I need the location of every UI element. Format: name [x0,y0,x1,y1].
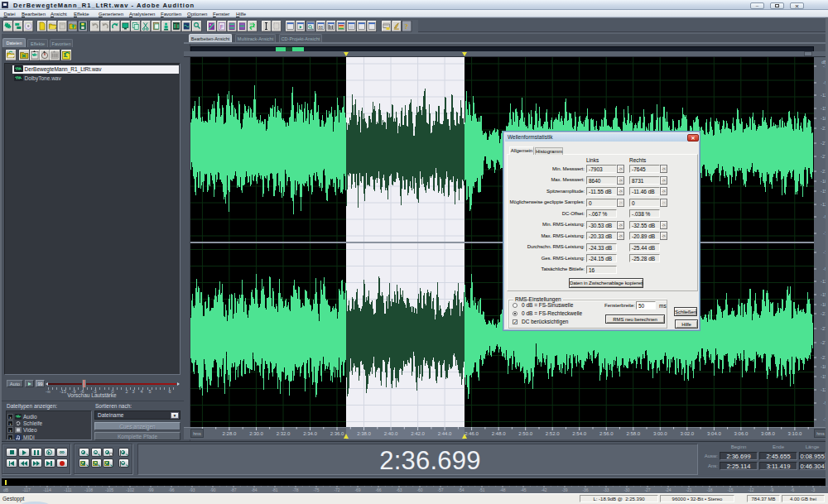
svg-text:dB: dB [3,487,9,492]
svg-text:-42: -42 [541,487,546,492]
svg-text:-81: -81 [272,487,277,492]
svg-text:-108: -108 [84,487,93,492]
svg-text:F: F [220,24,224,30]
svg-text:-117: -117 [22,487,31,492]
svg-text:-111: -111 [64,487,71,492]
svg-text:2:44.0: 2:44.0 [438,431,452,436]
svg-text:-33: -33 [603,487,609,492]
svg-text:2:54.0: 2:54.0 [572,431,586,436]
svg-text:2:46.0: 2:46.0 [465,431,479,436]
svg-text:2:50.0: 2:50.0 [518,431,532,436]
svg-text:-69: -69 [354,487,360,492]
svg-text:-3: -3 [811,487,816,492]
svg-text:-36: -36 [582,487,588,492]
svg-text:-27: -27 [644,487,650,492]
svg-text:2:34.0: 2:34.0 [303,431,317,436]
svg-text:-45: -45 [520,487,526,492]
svg-text:2:56.0: 2:56.0 [599,431,614,436]
svg-text:3:04.0: 3:04.0 [707,431,721,436]
svg-text:3:00.0: 3:00.0 [653,431,667,436]
svg-text:-87: -87 [230,487,236,492]
svg-text:-18: -18 [706,487,712,492]
svg-text:-84: -84 [251,487,257,492]
svg-text:2:28.0: 2:28.0 [223,431,237,436]
svg-text:2:38.0: 2:38.0 [357,431,371,436]
svg-text:-99: -99 [147,487,153,492]
svg-text:-51: -51 [479,487,484,492]
svg-text:-6: -6 [791,487,795,492]
svg-text:2:30.0: 2:30.0 [249,431,263,436]
svg-text:3:02.0: 3:02.0 [680,431,694,436]
svg-text:-75: -75 [313,487,319,492]
svg-text:-15: -15 [727,487,733,492]
svg-text:-105: -105 [105,487,113,492]
svg-text:-78: -78 [292,487,298,492]
svg-text:-114: -114 [43,487,51,492]
svg-text:?: ? [405,22,409,31]
svg-text:-93: -93 [189,487,195,492]
svg-text:-72: -72 [334,487,339,492]
svg-text:-57: -57 [437,487,443,492]
svg-text:-60: -60 [416,487,422,492]
svg-text:-90: -90 [209,487,215,492]
svg-text:-96: -96 [168,487,174,492]
svg-text:-48: -48 [499,487,505,492]
svg-text:88: 88 [319,25,324,30]
svg-text:-63: -63 [396,487,402,492]
svg-text:2:58.0: 2:58.0 [626,431,640,436]
svg-text:-24: -24 [665,487,671,492]
svg-text:2:42.0: 2:42.0 [411,431,425,436]
svg-text:2:48.0: 2:48.0 [492,431,506,436]
svg-text:2:52.0: 2:52.0 [546,431,560,436]
svg-text:3:06.0: 3:06.0 [734,431,749,436]
svg-text:-66: -66 [375,487,381,492]
svg-text:-102: -102 [126,487,134,492]
svg-text:2:36.0: 2:36.0 [330,431,344,436]
svg-text:2:32.0: 2:32.0 [277,431,291,436]
svg-text:-54: -54 [458,487,464,492]
svg-text:-39: -39 [561,487,567,492]
svg-text:3:10.0: 3:10.0 [788,431,802,436]
svg-text:-30: -30 [623,487,629,492]
svg-text:3:08.0: 3:08.0 [761,431,775,436]
svg-text:-21: -21 [686,487,691,492]
svg-text:-9: -9 [770,487,774,492]
svg-text:2:40.0: 2:40.0 [384,431,398,436]
svg-text:-12: -12 [748,487,753,492]
